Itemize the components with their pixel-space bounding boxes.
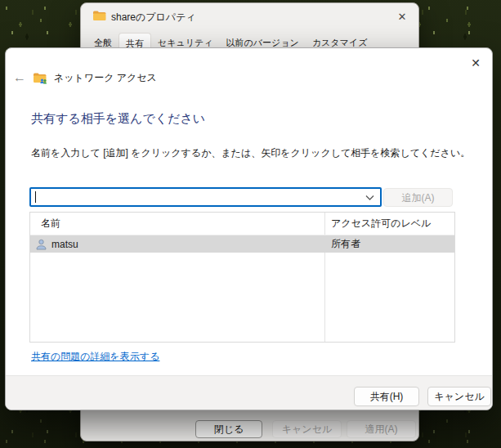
column-header-name[interactable]: 名前	[30, 217, 324, 231]
properties-dialog-title: shareのプロパティ	[111, 11, 196, 25]
name-input[interactable]	[31, 189, 380, 205]
table-header: 名前 アクセス許可のレベル	[30, 213, 454, 235]
network-access-dialog: ✕ ← ネットワーク アクセス 共有する相手を選んでください 名前を入力して […	[5, 47, 493, 410]
user-name: matsu	[51, 239, 78, 250]
share-button[interactable]: 共有(H)	[354, 387, 419, 406]
text-caret	[35, 191, 36, 203]
table-row[interactable]: matsu 所有者	[30, 235, 454, 253]
people-table: 名前 アクセス許可のレベル matsu 所有者	[29, 212, 455, 343]
back-arrow-icon[interactable]: ←	[13, 69, 33, 86]
add-button[interactable]: 追加(A)	[383, 188, 453, 207]
name-combobox[interactable]	[29, 187, 382, 207]
cancel-button-properties[interactable]: キャンセル	[272, 420, 342, 438]
apply-button[interactable]: 適用(A)	[347, 420, 416, 438]
dialog-header: ← ネットワーク アクセス	[13, 69, 157, 86]
sharing-problems-link[interactable]: 共有の問題の詳細を表示する	[31, 350, 159, 364]
permission-cell: 所有者	[324, 237, 360, 251]
column-header-permission[interactable]: アクセス許可のレベル	[324, 217, 431, 231]
instruction-text: 名前を入力して [追加] をクリックするか、または、矢印をクリックして相手を検索…	[31, 146, 470, 160]
dialog-title: ネットワーク アクセス	[54, 71, 157, 85]
cancel-button[interactable]: キャンセル	[427, 387, 491, 406]
dialog-footer: 共有(H) キャンセル	[6, 375, 492, 410]
close-button[interactable]: 閉じる	[195, 420, 262, 438]
chevron-down-icon[interactable]	[365, 195, 374, 201]
shared-folder-icon	[33, 72, 47, 84]
user-icon	[36, 239, 47, 250]
page-heading: 共有する相手を選んでください	[31, 111, 205, 127]
close-icon[interactable]: ✕	[394, 9, 410, 25]
user-name-cell: matsu	[30, 239, 324, 250]
folder-icon	[92, 10, 106, 21]
close-icon[interactable]: ✕	[467, 55, 484, 71]
